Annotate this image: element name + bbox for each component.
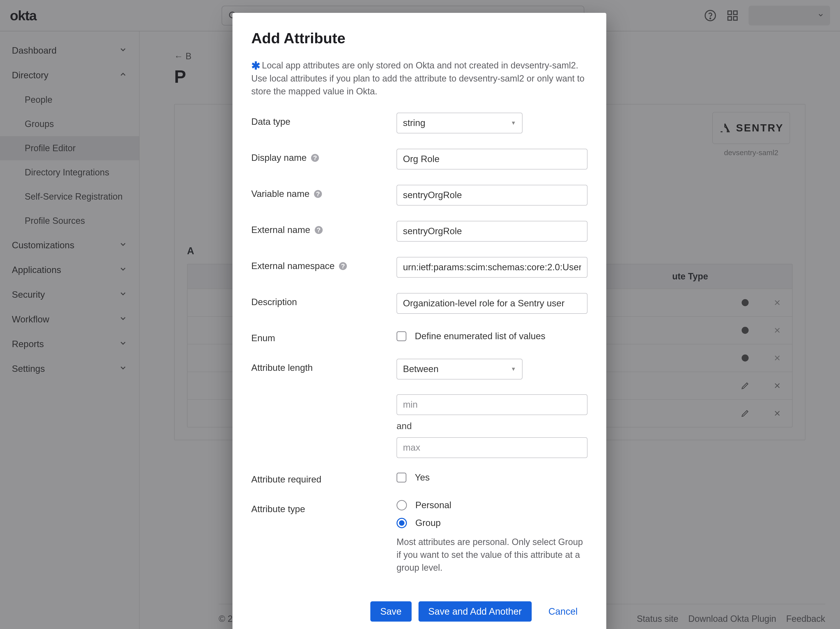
modal-title: Add Attribute [251, 30, 587, 47]
row-external-namespace: External namespace? [251, 257, 587, 278]
modal-buttons: Save Save and Add Another Cancel [251, 601, 587, 621]
row-description: Description [251, 293, 587, 314]
asterisk-icon: ✱ [251, 60, 261, 72]
help-icon[interactable]: ? [311, 154, 319, 162]
cancel-button[interactable]: Cancel [538, 601, 587, 621]
save-button[interactable]: Save [370, 601, 412, 621]
checkbox-icon [396, 473, 406, 482]
save-add-another-button[interactable]: Save and Add Another [418, 601, 532, 621]
select-value: string [403, 118, 425, 128]
dropdown-icon: ▼ [511, 120, 516, 126]
row-data-type: Data type string ▼ [251, 113, 587, 133]
label-data-type: Data type [251, 113, 396, 127]
label-external-name: External name? [251, 221, 396, 235]
row-attr-length: Attribute length Between ▼ [251, 359, 587, 379]
row-enum: Enum Define enumerated list of values [251, 329, 587, 343]
radio-icon [396, 500, 407, 510]
help-icon[interactable]: ? [315, 226, 323, 234]
select-attr-length[interactable]: Between ▼ [396, 359, 523, 379]
input-max[interactable] [396, 437, 587, 458]
row-display-name: Display name? [251, 149, 587, 169]
radio-label: Personal [415, 500, 452, 510]
label-display-name: Display name? [251, 149, 396, 163]
and-label: and [396, 421, 587, 431]
input-description[interactable] [396, 293, 587, 314]
help-icon[interactable]: ? [339, 262, 347, 270]
label-description: Description [251, 293, 396, 307]
input-external-namespace[interactable] [396, 257, 587, 278]
row-external-name: External name? [251, 221, 587, 242]
row-attr-type: Attribute type Personal Group Most attri… [251, 500, 587, 574]
input-external-name[interactable] [396, 221, 587, 242]
select-value: Between [403, 364, 439, 374]
input-display-name[interactable] [396, 149, 587, 169]
modal-note: ✱Local app attributes are only stored on… [251, 59, 587, 98]
label-variable-name: Variable name? [251, 185, 396, 199]
row-variable-name: Variable name? [251, 185, 587, 205]
radio-icon [396, 518, 407, 528]
radio-group[interactable]: Group [396, 518, 587, 528]
add-attribute-modal: Add Attribute ✱Local app attributes are … [232, 13, 606, 629]
checkbox-required[interactable]: Yes [396, 470, 587, 483]
help-icon[interactable]: ? [314, 190, 322, 198]
label-external-namespace: External namespace? [251, 257, 396, 271]
checkbox-label: Yes [415, 473, 429, 483]
attr-type-hint: Most attributes are personal. Only selec… [396, 536, 584, 574]
checkbox-enum[interactable]: Define enumerated list of values [396, 329, 587, 341]
checkbox-label: Define enumerated list of values [415, 331, 545, 341]
input-min[interactable] [396, 394, 587, 415]
select-data-type[interactable]: string ▼ [396, 113, 523, 133]
label-attr-length: Attribute length [251, 359, 396, 373]
label-enum: Enum [251, 329, 396, 343]
checkbox-icon [396, 331, 406, 341]
radio-personal[interactable]: Personal [396, 500, 587, 510]
dropdown-icon: ▼ [511, 366, 516, 372]
row-attr-required: Attribute required Yes [251, 470, 587, 485]
label-attr-required: Attribute required [251, 470, 396, 485]
label-attr-type: Attribute type [251, 500, 396, 514]
radio-label: Group [415, 518, 441, 528]
input-variable-name[interactable] [396, 185, 587, 205]
